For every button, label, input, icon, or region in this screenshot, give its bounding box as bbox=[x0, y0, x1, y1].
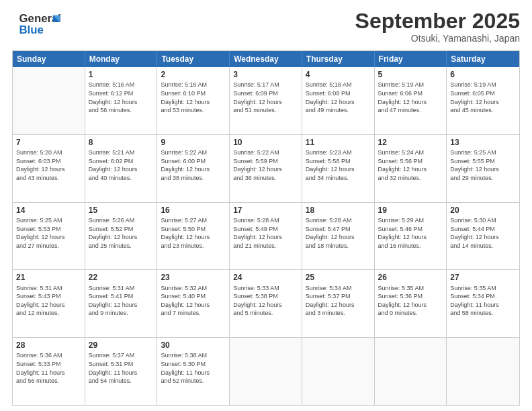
calendar-cell-23: 23Sunrise: 5:32 AM Sunset: 5:40 PM Dayli… bbox=[157, 270, 230, 337]
calendar-cell-25: 25Sunrise: 5:34 AM Sunset: 5:37 PM Dayli… bbox=[302, 270, 375, 337]
title-block: September 2025 Otsuki, Yamanashi, Japan bbox=[355, 9, 520, 44]
weekday-header-thursday: Thursday bbox=[302, 51, 375, 67]
cell-sun-info: Sunrise: 5:37 AM Sunset: 5:31 PM Dayligh… bbox=[89, 351, 154, 385]
day-number: 12 bbox=[378, 137, 443, 148]
weekday-header-sunday: Sunday bbox=[13, 51, 85, 67]
cell-sun-info: Sunrise: 5:19 AM Sunset: 6:05 PM Dayligh… bbox=[450, 81, 516, 114]
calendar-cell-21: 21Sunrise: 5:31 AM Sunset: 5:43 PM Dayli… bbox=[13, 270, 85, 337]
calendar-cell-30: 30Sunrise: 5:38 AM Sunset: 5:30 PM Dayli… bbox=[157, 338, 230, 405]
day-number: 18 bbox=[306, 205, 371, 216]
calendar-cell-2: 2Sunrise: 5:16 AM Sunset: 6:10 PM Daylig… bbox=[157, 67, 230, 134]
svg-text:Blue: Blue bbox=[19, 24, 44, 36]
header: General Blue September 2025 Otsuki, Yama… bbox=[12, 9, 520, 44]
location: Otsuki, Yamanashi, Japan bbox=[355, 33, 520, 44]
calendar-cell-17: 17Sunrise: 5:28 AM Sunset: 5:49 PM Dayli… bbox=[230, 203, 302, 270]
weekday-header-wednesday: Wednesday bbox=[230, 51, 302, 67]
calendar-row-4: 21Sunrise: 5:31 AM Sunset: 5:43 PM Dayli… bbox=[13, 269, 519, 337]
weekday-header-monday: Monday bbox=[85, 51, 158, 67]
day-number: 14 bbox=[16, 205, 81, 216]
cell-sun-info: Sunrise: 5:35 AM Sunset: 5:34 PM Dayligh… bbox=[450, 284, 516, 318]
calendar-cell-1: 1Sunrise: 5:16 AM Sunset: 6:12 PM Daylig… bbox=[85, 67, 158, 134]
day-number: 25 bbox=[306, 272, 371, 283]
calendar-cell-24: 24Sunrise: 5:33 AM Sunset: 5:38 PM Dayli… bbox=[230, 270, 302, 337]
calendar-cell-19: 19Sunrise: 5:29 AM Sunset: 5:46 PM Dayli… bbox=[375, 203, 447, 270]
calendar-cell-4: 4Sunrise: 5:18 AM Sunset: 6:08 PM Daylig… bbox=[302, 67, 375, 134]
cell-sun-info: Sunrise: 5:22 AM Sunset: 5:59 PM Dayligh… bbox=[233, 148, 298, 182]
day-number: 8 bbox=[89, 137, 154, 148]
calendar-row-5: 28Sunrise: 5:36 AM Sunset: 5:33 PM Dayli… bbox=[13, 337, 519, 405]
day-number: 22 bbox=[89, 272, 154, 283]
day-number: 10 bbox=[233, 137, 298, 148]
calendar-cell-8: 8Sunrise: 5:21 AM Sunset: 6:02 PM Daylig… bbox=[85, 135, 158, 202]
calendar: SundayMondayTuesdayWednesdayThursdayFrid… bbox=[12, 50, 520, 406]
cell-sun-info: Sunrise: 5:28 AM Sunset: 5:47 PM Dayligh… bbox=[306, 216, 371, 250]
cell-sun-info: Sunrise: 5:20 AM Sunset: 6:03 PM Dayligh… bbox=[16, 148, 81, 182]
day-number: 2 bbox=[161, 69, 226, 80]
day-number: 4 bbox=[306, 69, 371, 80]
calendar-row-1: 1Sunrise: 5:16 AM Sunset: 6:12 PM Daylig… bbox=[13, 67, 519, 134]
day-number: 11 bbox=[306, 137, 371, 148]
cell-sun-info: Sunrise: 5:27 AM Sunset: 5:50 PM Dayligh… bbox=[161, 216, 226, 250]
calendar-header: SundayMondayTuesdayWednesdayThursdayFrid… bbox=[13, 51, 519, 67]
calendar-cell-16: 16Sunrise: 5:27 AM Sunset: 5:50 PM Dayli… bbox=[157, 203, 230, 270]
calendar-cell-10: 10Sunrise: 5:22 AM Sunset: 5:59 PM Dayli… bbox=[230, 135, 302, 202]
calendar-row-2: 7Sunrise: 5:20 AM Sunset: 6:03 PM Daylig… bbox=[13, 134, 519, 202]
month-title: September 2025 bbox=[355, 9, 520, 33]
weekday-header-friday: Friday bbox=[375, 51, 447, 67]
cell-sun-info: Sunrise: 5:34 AM Sunset: 5:37 PM Dayligh… bbox=[306, 284, 371, 318]
cell-sun-info: Sunrise: 5:36 AM Sunset: 5:33 PM Dayligh… bbox=[16, 351, 81, 385]
calendar-cell-28: 28Sunrise: 5:36 AM Sunset: 5:33 PM Dayli… bbox=[13, 338, 85, 405]
day-number: 13 bbox=[450, 137, 516, 148]
cell-sun-info: Sunrise: 5:32 AM Sunset: 5:40 PM Dayligh… bbox=[161, 284, 226, 318]
calendar-cell-5: 5Sunrise: 5:19 AM Sunset: 6:06 PM Daylig… bbox=[375, 67, 447, 134]
calendar-cell-empty-4-3 bbox=[230, 338, 302, 405]
cell-sun-info: Sunrise: 5:35 AM Sunset: 5:36 PM Dayligh… bbox=[378, 284, 443, 318]
cell-sun-info: Sunrise: 5:28 AM Sunset: 5:49 PM Dayligh… bbox=[233, 216, 298, 250]
cell-sun-info: Sunrise: 5:33 AM Sunset: 5:38 PM Dayligh… bbox=[233, 284, 298, 318]
day-number: 28 bbox=[16, 340, 81, 351]
logo: General Blue bbox=[12, 9, 67, 40]
cell-sun-info: Sunrise: 5:21 AM Sunset: 6:02 PM Dayligh… bbox=[89, 148, 154, 182]
logo-icon: General Blue bbox=[13, 9, 67, 38]
cell-sun-info: Sunrise: 5:19 AM Sunset: 6:06 PM Dayligh… bbox=[378, 81, 443, 114]
cell-sun-info: Sunrise: 5:16 AM Sunset: 6:10 PM Dayligh… bbox=[161, 81, 226, 114]
calendar-cell-13: 13Sunrise: 5:25 AM Sunset: 5:55 PM Dayli… bbox=[447, 135, 519, 202]
calendar-cell-29: 29Sunrise: 5:37 AM Sunset: 5:31 PM Dayli… bbox=[85, 338, 158, 405]
day-number: 5 bbox=[378, 69, 443, 80]
calendar-cell-26: 26Sunrise: 5:35 AM Sunset: 5:36 PM Dayli… bbox=[375, 270, 447, 337]
day-number: 20 bbox=[450, 205, 516, 216]
cell-sun-info: Sunrise: 5:23 AM Sunset: 5:58 PM Dayligh… bbox=[306, 148, 371, 182]
calendar-cell-22: 22Sunrise: 5:31 AM Sunset: 5:41 PM Dayli… bbox=[85, 270, 158, 337]
day-number: 15 bbox=[89, 205, 154, 216]
day-number: 30 bbox=[161, 340, 226, 351]
day-number: 19 bbox=[378, 205, 443, 216]
day-number: 1 bbox=[89, 69, 154, 80]
calendar-cell-9: 9Sunrise: 5:22 AM Sunset: 6:00 PM Daylig… bbox=[157, 135, 230, 202]
day-number: 24 bbox=[233, 272, 298, 283]
cell-sun-info: Sunrise: 5:30 AM Sunset: 5:44 PM Dayligh… bbox=[450, 216, 516, 250]
calendar-cell-6: 6Sunrise: 5:19 AM Sunset: 6:05 PM Daylig… bbox=[447, 67, 519, 134]
weekday-header-tuesday: Tuesday bbox=[157, 51, 230, 67]
cell-sun-info: Sunrise: 5:25 AM Sunset: 5:53 PM Dayligh… bbox=[16, 216, 81, 250]
calendar-cell-18: 18Sunrise: 5:28 AM Sunset: 5:47 PM Dayli… bbox=[302, 203, 375, 270]
calendar-cell-7: 7Sunrise: 5:20 AM Sunset: 6:03 PM Daylig… bbox=[13, 135, 85, 202]
cell-sun-info: Sunrise: 5:26 AM Sunset: 5:52 PM Dayligh… bbox=[89, 216, 154, 250]
calendar-cell-27: 27Sunrise: 5:35 AM Sunset: 5:34 PM Dayli… bbox=[447, 270, 519, 337]
calendar-row-3: 14Sunrise: 5:25 AM Sunset: 5:53 PM Dayli… bbox=[13, 202, 519, 270]
calendar-cell-empty-0-0 bbox=[13, 67, 85, 134]
calendar-cell-empty-4-5 bbox=[375, 338, 447, 405]
day-number: 3 bbox=[233, 69, 298, 80]
cell-sun-info: Sunrise: 5:18 AM Sunset: 6:08 PM Dayligh… bbox=[306, 81, 371, 114]
day-number: 9 bbox=[161, 137, 226, 148]
calendar-cell-15: 15Sunrise: 5:26 AM Sunset: 5:52 PM Dayli… bbox=[85, 203, 158, 270]
day-number: 7 bbox=[16, 137, 81, 148]
day-number: 17 bbox=[233, 205, 298, 216]
calendar-cell-14: 14Sunrise: 5:25 AM Sunset: 5:53 PM Dayli… bbox=[13, 203, 85, 270]
cell-sun-info: Sunrise: 5:16 AM Sunset: 6:12 PM Dayligh… bbox=[89, 81, 154, 114]
day-number: 23 bbox=[161, 272, 226, 283]
calendar-cell-12: 12Sunrise: 5:24 AM Sunset: 5:56 PM Dayli… bbox=[375, 135, 447, 202]
day-number: 26 bbox=[378, 272, 443, 283]
cell-sun-info: Sunrise: 5:31 AM Sunset: 5:43 PM Dayligh… bbox=[16, 284, 81, 318]
cell-sun-info: Sunrise: 5:29 AM Sunset: 5:46 PM Dayligh… bbox=[378, 216, 443, 250]
weekday-header-saturday: Saturday bbox=[447, 51, 519, 67]
